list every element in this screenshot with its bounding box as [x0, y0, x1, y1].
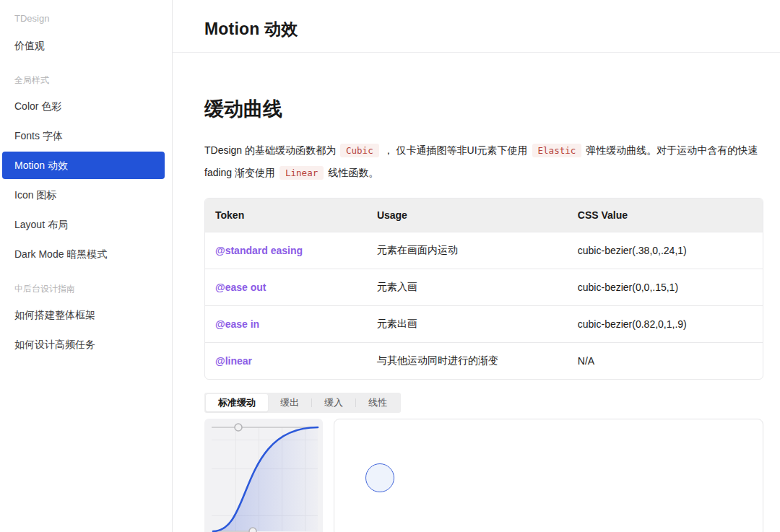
- table-row: @ease in 元素出画 cubic-bezier(0.82,0,1,.9): [205, 305, 763, 342]
- sidebar-item-color[interactable]: Color 色彩: [2, 92, 165, 120]
- css-cell: cubic-bezier(.38,0,.24,1): [568, 232, 763, 269]
- tdesign-docs-app: TDesign 价值观 全局样式 Color 色彩 Fonts 字体 Motio…: [0, 0, 780, 532]
- intro-paragraph: TDesign 的基础缓动函数都为Cubic， 仅卡通插图等非UI元素下使用El…: [204, 139, 763, 184]
- code-linear: Linear: [280, 166, 324, 180]
- sidebar-section-global-styles: 全局样式: [0, 71, 172, 90]
- sidebar-item-icon[interactable]: Icon 图标: [2, 181, 165, 209]
- col-token: Token: [205, 199, 367, 232]
- tab-ease-in[interactable]: 缓入: [312, 394, 355, 411]
- bezier-handle-p2[interactable]: [235, 424, 242, 431]
- css-cell: cubic-bezier(0,0,.15,1): [568, 269, 763, 305]
- sidebar-item-motion[interactable]: Motion 动效: [2, 152, 165, 179]
- main-area: Motion 动效 缓动曲线 TDesign 的基础缓动函数都为Cubic， 仅…: [173, 0, 780, 532]
- sidebar: TDesign 价值观 全局样式 Color 色彩 Fonts 字体 Motio…: [0, 0, 173, 532]
- sidebar-item-framework[interactable]: 如何搭建整体框架: [2, 301, 165, 328]
- token-linear: @linear: [205, 342, 367, 379]
- usage-cell: 与其他运动同时进行的渐变: [367, 342, 568, 379]
- table-row: @standard easing 元素在画面内运动 cubic-bezier(.…: [205, 232, 763, 269]
- token-ease-in: @ease in: [205, 305, 367, 342]
- usage-cell: 元素出画: [367, 305, 568, 342]
- sidebar-item-values[interactable]: 价值观: [2, 32, 165, 59]
- easing-table-wrap: Token Usage CSS Value @standard easing 元…: [204, 198, 763, 380]
- easing-table: Token Usage CSS Value @standard easing 元…: [205, 199, 763, 379]
- section-title: 缓动曲线: [204, 96, 763, 122]
- table-row: @ease out 元素入画 cubic-bezier(0,0,.15,1): [205, 269, 763, 305]
- usage-cell: 元素在画面内运动: [367, 232, 568, 269]
- demo-row: [204, 419, 763, 532]
- page-header: Motion 动效: [173, 0, 780, 53]
- motion-demo-stage: [334, 419, 763, 532]
- table-row: @linear 与其他运动同时进行的渐变 N/A: [205, 342, 763, 379]
- tab-linear[interactable]: 线性: [356, 394, 399, 411]
- col-css-value: CSS Value: [568, 199, 763, 232]
- code-elastic: Elastic: [532, 144, 582, 157]
- motion-demo-ball: [365, 463, 394, 492]
- intro-text: 线性函数。: [328, 167, 378, 178]
- col-usage: Usage: [367, 199, 568, 232]
- code-cubic: Cubic: [340, 144, 379, 157]
- tab-ease-out[interactable]: 缓出: [268, 394, 311, 411]
- sidebar-item-layout[interactable]: Layout 布局: [2, 211, 165, 238]
- intro-text: TDesign 的基础缓动函数都为: [204, 144, 336, 156]
- sidebar-item-tasks[interactable]: 如何设计高频任务: [2, 331, 165, 358]
- token-standard-easing: @standard easing: [205, 232, 367, 269]
- sidebar-section-guide: 中后台设计指南: [0, 279, 172, 298]
- table-header-row: Token Usage CSS Value: [205, 199, 763, 232]
- page-title: Motion 动效: [204, 18, 780, 40]
- css-cell: cubic-bezier(0.82,0,1,.9): [568, 305, 763, 342]
- css-cell: N/A: [568, 342, 763, 379]
- bezier-handle-p1[interactable]: [249, 528, 256, 532]
- usage-cell: 元素入画: [367, 269, 568, 305]
- content: 缓动曲线 TDesign 的基础缓动函数都为Cubic， 仅卡通插图等非UI元素…: [173, 96, 780, 532]
- tab-standard-easing[interactable]: 标准缓动: [206, 394, 268, 411]
- sidebar-item-darkmode[interactable]: Dark Mode 暗黑模式: [2, 240, 165, 268]
- bezier-curve-panel: [204, 419, 323, 532]
- token-ease-out: @ease out: [205, 269, 367, 305]
- easing-tabs: 标准缓动 缓出 缓入 线性: [204, 393, 401, 413]
- sidebar-item-fonts[interactable]: Fonts 字体: [2, 122, 165, 149]
- brand-label: TDesign: [0, 13, 172, 25]
- bezier-curve-graphic: [204, 419, 323, 532]
- intro-text: ， 仅卡通插图等非UI元素下使用: [384, 144, 528, 156]
